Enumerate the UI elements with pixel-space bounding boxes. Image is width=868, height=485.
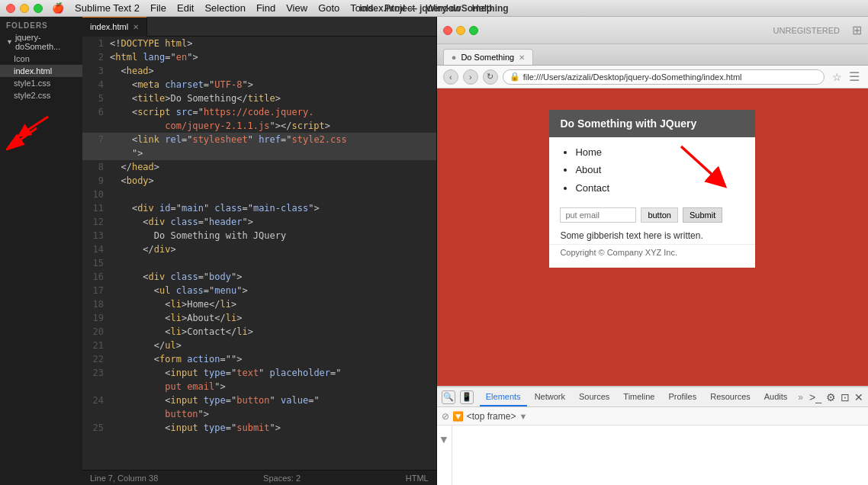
sublime-panel: FOLDERS ▼ jquery-doSometh... Icon index.…	[0, 17, 437, 485]
os-titlebar: 🍎 Sublime Text 2 File Edit Selection Fin…	[0, 0, 868, 17]
code-line-23: 23 <input type="text" placeholder=" put …	[82, 366, 436, 393]
menu-find[interactable]: Find	[256, 2, 275, 14]
code-line-16: 16 <div class="body">	[82, 270, 436, 284]
sidebar-item-icon-label: Icon	[14, 54, 30, 63]
browser-close[interactable]	[443, 26, 452, 35]
code-line-1: 1 <!DOCTYPE html>	[82, 37, 436, 50]
stop-icon[interactable]: ⊘	[442, 411, 449, 422]
code-line-22: 22 <form action="">	[82, 352, 436, 366]
extensions-icon[interactable]: ☰	[847, 69, 862, 85]
devtools-layout-icon[interactable]: ⊡	[841, 391, 850, 403]
devtools-tab-audits[interactable]: Audits	[758, 388, 794, 406]
browser-titlebar: UNREGISTERED ⊞	[437, 17, 868, 44]
menu-edit[interactable]: Edit	[177, 2, 194, 14]
sidebar-item-icon[interactable]: Icon	[0, 53, 82, 65]
maximize-button[interactable]	[34, 4, 43, 13]
browser-tab-title: Do Something	[461, 53, 514, 62]
folder-name[interactable]: jquery-doSometh...	[15, 33, 76, 51]
code-line-8: 8 </head>	[82, 160, 436, 174]
app-container: FOLDERS ▼ jquery-doSometh... Icon index.…	[0, 17, 868, 485]
devtools-tab-timeline[interactable]: Timeline	[617, 388, 661, 406]
filter-icon[interactable]: 🔽	[452, 411, 464, 422]
devtools-console-icon[interactable]: >_	[809, 391, 821, 403]
devtools-tab-sources[interactable]: Sources	[573, 388, 616, 406]
devtools-tabs: 🔍 📱 Elements Network Sources Timeline Pr…	[437, 387, 868, 407]
preview-box: Do Something with JQuery Home About Cont…	[549, 110, 755, 268]
refresh-button[interactable]: ↻	[483, 69, 498, 85]
tab-close-button[interactable]: ✕	[133, 23, 139, 31]
browser-tab-icon: ●	[452, 53, 457, 62]
frame-label: <top frame>	[467, 411, 516, 422]
browser-content: Do Something with JQuery Home About Cont…	[437, 88, 868, 386]
sidebar-item-style2[interactable]: style2.css	[0, 89, 82, 101]
body-text: Some gibberish text here is written.	[549, 227, 755, 244]
bookmark-icon[interactable]: ☆	[832, 71, 842, 83]
browser-maximize[interactable]	[469, 26, 478, 35]
expand-arrow[interactable]: ▶	[439, 437, 449, 443]
sidebar-item-style1[interactable]: style1.css	[0, 77, 82, 89]
code-line-5: 5 <title>Do Something</title>	[82, 92, 436, 105]
browser-traffic-lights	[443, 26, 478, 35]
folder-item[interactable]: ▼ jquery-doSometh...	[0, 31, 82, 53]
code-area[interactable]: 1 <!DOCTYPE html> 2 <html lang="en"> 3 <…	[82, 37, 436, 470]
code-line-17: 17 <ul class="menu">	[82, 284, 436, 297]
code-line-6: 6 <script src="https://code.jquery. com/…	[82, 105, 436, 133]
devtools-close-icon[interactable]: ✕	[854, 391, 863, 403]
devtools-toolbar: ⊘ 🔽 <top frame> ▼	[437, 407, 868, 426]
minimize-button[interactable]	[20, 4, 29, 13]
sidebar-item-style1-label: style1.css	[14, 79, 50, 88]
menu-app[interactable]: Sublime Text 2	[75, 2, 140, 14]
code-line-14: 14 </div>	[82, 242, 436, 256]
code-line-4: 4 <meta charset="UTF-8">	[82, 78, 436, 92]
sidebar: FOLDERS ▼ jquery-doSometh... Icon index.…	[0, 17, 82, 485]
devtools-tab-resources[interactable]: Resources	[704, 388, 757, 406]
status-bar: Line 7, Column 38 Spaces: 2 HTML	[82, 470, 436, 485]
app-title: index.html — jquery-doSomething	[359, 3, 508, 14]
menu-goto[interactable]: Goto	[318, 2, 339, 14]
code-line-24: 24 <input type="button" value=" button">	[82, 393, 436, 421]
submit-input[interactable]: Submit	[683, 207, 722, 223]
browser-tab[interactable]: ● Do Something ✕	[443, 49, 533, 65]
footer-text: Copyright © Company XYZ Inc.	[549, 244, 755, 260]
menu-view[interactable]: View	[286, 2, 307, 14]
sidebar-item-index[interactable]: index.html	[0, 65, 82, 77]
code-line-20: 20 <li>Contact</li>	[82, 325, 436, 339]
code-line-19: 19 <li>About</li>	[82, 311, 436, 325]
back-button[interactable]: ‹	[443, 69, 458, 85]
code-line-18: 18 <li>Home</li>	[82, 297, 436, 311]
browser-panel: UNREGISTERED ⊞ ● Do Something ✕ ‹ › ↻ 🔒 …	[437, 17, 868, 485]
menu-selection[interactable]: Selection	[204, 2, 245, 14]
menu-apple[interactable]: 🍎	[52, 2, 64, 14]
code-line-10: 10	[82, 188, 436, 201]
devtools-tab-profiles[interactable]: Profiles	[663, 388, 703, 406]
sidebar-toggle[interactable]: ⊞	[852, 23, 862, 37]
code-line-3: 3 <head>	[82, 64, 436, 78]
unregistered-label: UNREGISTERED	[773, 26, 840, 35]
code-line-7: 7 <link rel="stylesheet" href="style2.cs…	[82, 133, 436, 160]
browser-minimize[interactable]	[456, 26, 465, 35]
syntax-info: HTML	[406, 474, 429, 483]
button-input[interactable]: button	[641, 207, 678, 223]
devtools-sidebar-left: ▶	[437, 426, 452, 485]
code-line-12: 12 <div class="header">	[82, 215, 436, 229]
tab-index-html[interactable]: index.html ✕	[82, 17, 147, 37]
devtools-tab-network[interactable]: Network	[529, 388, 571, 406]
devtools-settings-icon[interactable]: ⚙	[826, 391, 836, 403]
url-bar[interactable]: 🔒 file:///Users/azizali/Desktop/jquery-d…	[503, 69, 825, 85]
browser-tab-close[interactable]: ✕	[519, 53, 525, 62]
preview-menu: Home About Contact	[549, 137, 755, 203]
close-button[interactable]	[6, 4, 15, 13]
frame-dropdown[interactable]: ▼	[519, 412, 527, 421]
devtools-mobile-icon[interactable]: 📱	[460, 390, 474, 404]
devtools-search-icon[interactable]: 🔍	[442, 390, 455, 404]
devtools-more-tabs[interactable]: »	[795, 392, 806, 403]
devtools-tab-elements[interactable]: Elements	[480, 388, 527, 406]
file-tree: ▼ jquery-doSometh... Icon index.html sty…	[0, 31, 82, 101]
email-input[interactable]	[560, 207, 636, 223]
preview-header: Do Something with JQuery	[549, 110, 755, 137]
browser-nav: ‹ › ↻ 🔒 file:///Users/azizali/Desktop/jq…	[437, 66, 868, 88]
forward-button[interactable]: ›	[463, 69, 478, 85]
traffic-lights	[6, 4, 43, 13]
menu-file[interactable]: File	[150, 2, 166, 14]
devtools-main	[452, 426, 868, 485]
